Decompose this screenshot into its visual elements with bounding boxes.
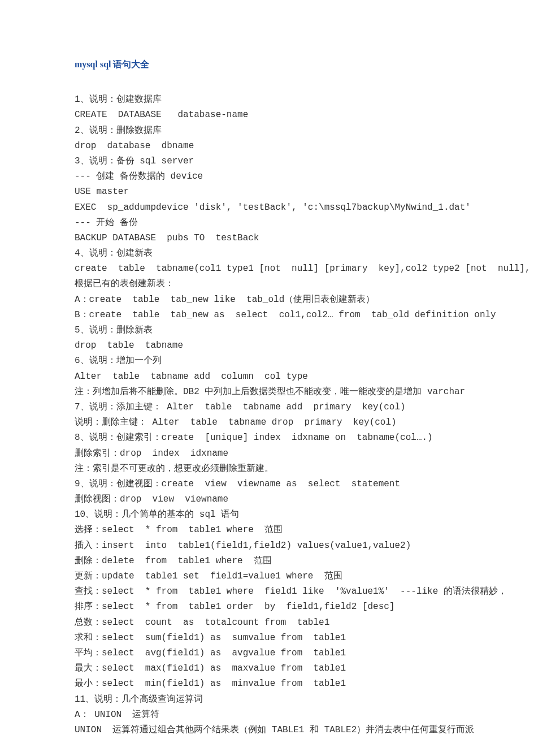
line: 更新：update table1 set field1=value1 where…: [75, 569, 534, 584]
line: A： UNION 运算符: [75, 707, 534, 723]
document-content: 1、说明：创建数据库 CREATE DATABASE database-name…: [75, 92, 534, 738]
line: 6、说明：增加一个列: [75, 353, 534, 369]
line: 3、说明：备份 sql server: [75, 154, 534, 169]
line: 10、说明：几个简单的基本的 sql 语句: [75, 507, 534, 522]
line: 9、说明：创建视图：create view viewname as select…: [75, 477, 534, 492]
line: 根据已有的表创建新表：: [75, 277, 534, 292]
line: BACKUP DATABASE pubs TO testBack: [75, 231, 534, 246]
line: USE master: [75, 184, 534, 200]
line: EXEC sp_addumpdevice 'disk', 'testBack',…: [75, 200, 534, 215]
line: 8、说明：创建索引：create [unique] index idxname …: [75, 430, 534, 446]
line: 2、说明：删除数据库: [75, 123, 534, 139]
line: 查找：select * from table1 where field1 lik…: [75, 584, 534, 599]
line: 选择：select * from table1 where 范围: [75, 522, 534, 538]
line: 5、说明：删除新表: [75, 323, 534, 338]
line: B：create table tab_new as select col1,co…: [75, 308, 534, 323]
line: A：create table tab_new like tab_old（使用旧表…: [75, 292, 534, 308]
line: 删除索引：drop index idxname: [75, 446, 534, 461]
line: --- 创建 备份数据的 device: [75, 169, 534, 184]
line: create table tabname(col1 type1 [not nul…: [75, 261, 534, 277]
line: UNION 运算符通过组合其他两个结果表（例如 TABLE1 和 TABLE2）…: [75, 723, 534, 738]
line: 删除：delete from table1 where 范围: [75, 554, 534, 569]
line: 平均：select avg(field1) as avgvalue from t…: [75, 646, 534, 661]
line: drop database dbname: [75, 139, 534, 154]
line: Alter table tabname add column col type: [75, 369, 534, 385]
line: drop table tabname: [75, 338, 534, 353]
line: 注：索引是不可更改的，想更改必须删除重新建。: [75, 461, 534, 477]
line: 排序：select * from table1 order by field1,…: [75, 599, 534, 615]
document-title: mysql sql 语句大全: [75, 57, 534, 72]
line: 说明：删除主键： Alter table tabname drop primar…: [75, 415, 534, 430]
line: --- 开始 备份: [75, 215, 534, 231]
line: 插入：insert into table1(field1,field2) val…: [75, 538, 534, 554]
line: 删除视图：drop view viewname: [75, 492, 534, 507]
line: 最大：select max(field1) as maxvalue from t…: [75, 661, 534, 676]
line: 求和：select sum(field1) as sumvalue from t…: [75, 630, 534, 646]
line: 1、说明：创建数据库: [75, 92, 534, 107]
line: 注：列增加后将不能删除。DB2 中列加上后数据类型也不能改变，唯一能改变的是增加…: [75, 385, 534, 400]
line: 4、说明：创建新表: [75, 246, 534, 261]
line: 最小：select min(field1) as minvalue from t…: [75, 676, 534, 692]
line: 7、说明：添加主键： Alter table tabname add prima…: [75, 400, 534, 415]
line: 总数：select count as totalcount from table…: [75, 615, 534, 630]
line: 11、说明：几个高级查询运算词: [75, 692, 534, 707]
line: CREATE DATABASE database-name: [75, 107, 534, 123]
